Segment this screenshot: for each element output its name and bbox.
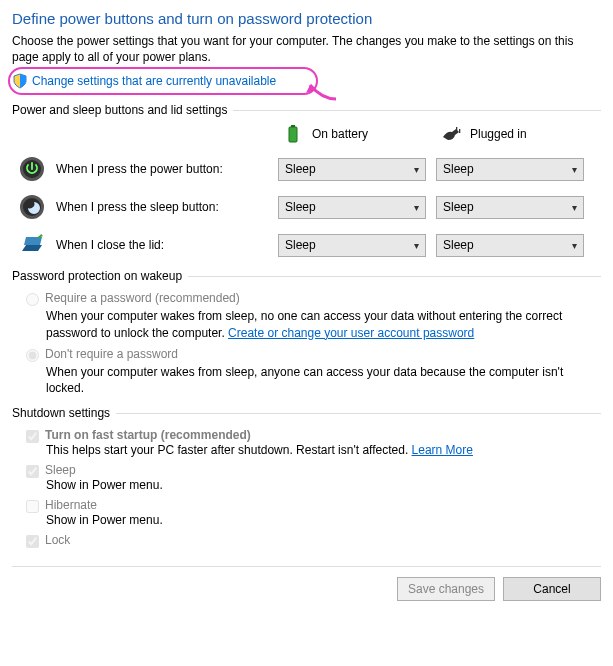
chevron-down-icon: ▾ [414, 202, 419, 213]
plug-icon [440, 123, 462, 145]
check-lock-label: Lock [45, 533, 70, 547]
cancel-button[interactable]: Cancel [503, 577, 601, 601]
power-plugged-dropdown[interactable]: Sleep▾ [436, 158, 584, 181]
fast-startup-desc: This helps start your PC faster after sh… [46, 443, 601, 457]
chevron-down-icon: ▾ [572, 164, 577, 175]
battery-icon [282, 123, 304, 145]
radio-no-password-input [26, 349, 39, 362]
chevron-down-icon: ▾ [572, 240, 577, 251]
page-title: Define power buttons and turn on passwor… [12, 10, 601, 27]
section-password-label: Password protection on wakeup [12, 269, 182, 283]
radio-require-password-input [26, 293, 39, 306]
sleep-plugged-dropdown[interactable]: Sleep▾ [436, 196, 584, 219]
annotation-arrow-icon [298, 75, 338, 105]
check-hibernate-input [26, 500, 39, 513]
row-lid: When I close the lid: Sleep▾ Sleep▾ [12, 231, 601, 259]
check-lock: Lock [26, 533, 601, 548]
no-password-desc: When your computer wakes from sleep, any… [46, 364, 601, 396]
svg-rect-2 [456, 127, 457, 131]
lid-battery-dropdown[interactable]: Sleep▾ [278, 234, 426, 257]
sleep-desc: Show in Power menu. [46, 478, 601, 492]
check-sleep-label: Sleep [45, 463, 76, 477]
check-sleep: Sleep [26, 463, 601, 478]
lid-plugged-dropdown[interactable]: Sleep▾ [436, 234, 584, 257]
sleep-battery-dropdown[interactable]: Sleep▾ [278, 196, 426, 219]
check-hibernate: Hibernate [26, 498, 601, 513]
row-power-button: When I press the power button: Sleep▾ Sl… [12, 155, 601, 183]
radio-no-password: Don't require a password [26, 347, 601, 362]
change-settings-link[interactable]: Change settings that are currently unava… [32, 74, 276, 88]
radio-require-password-label: Require a password (recommended) [45, 291, 240, 305]
section-power-sleep-label: Power and sleep buttons and lid settings [12, 103, 227, 117]
hibernate-desc: Show in Power menu. [46, 513, 601, 527]
section-power-sleep: Power and sleep buttons and lid settings [12, 103, 601, 117]
section-password: Password protection on wakeup [12, 269, 601, 283]
chevron-down-icon: ▾ [414, 240, 419, 251]
check-hibernate-label: Hibernate [45, 498, 97, 512]
check-fast-startup: Turn on fast startup (recommended) [26, 428, 601, 443]
require-password-desc: When your computer wakes from sleep, no … [46, 308, 601, 340]
check-fast-startup-input [26, 430, 39, 443]
svg-rect-0 [289, 127, 297, 142]
col-battery: On battery [282, 123, 440, 145]
row-sleep-label: When I press the sleep button: [56, 200, 278, 214]
radio-require-password: Require a password (recommended) [26, 291, 601, 306]
radio-no-password-label: Don't require a password [45, 347, 178, 361]
save-button: Save changes [397, 577, 495, 601]
svg-rect-3 [459, 129, 460, 133]
chevron-down-icon: ▾ [414, 164, 419, 175]
check-sleep-input [26, 465, 39, 478]
section-shutdown: Shutdown settings [12, 406, 601, 420]
lid-icon [18, 231, 46, 259]
check-lock-input [26, 535, 39, 548]
footer: Save changes Cancel [12, 566, 601, 601]
learn-more-link[interactable]: Learn More [412, 443, 473, 457]
create-change-password-link[interactable]: Create or change your user account passw… [228, 326, 474, 340]
power-battery-dropdown[interactable]: Sleep▾ [278, 158, 426, 181]
change-settings-row: Change settings that are currently unava… [12, 73, 601, 89]
row-lid-label: When I close the lid: [56, 238, 278, 252]
svg-rect-1 [291, 125, 295, 127]
sleep-button-icon [18, 193, 46, 221]
row-power-label: When I press the power button: [56, 162, 278, 176]
power-button-icon [18, 155, 46, 183]
check-fast-startup-label: Turn on fast startup (recommended) [45, 428, 251, 442]
shield-icon [12, 73, 28, 89]
page-subtitle: Choose the power settings that you want … [12, 33, 601, 65]
chevron-down-icon: ▾ [572, 202, 577, 213]
col-plugged: Plugged in [440, 123, 598, 145]
row-sleep-button: When I press the sleep button: Sleep▾ Sl… [12, 193, 601, 221]
column-headers: On battery Plugged in [12, 123, 601, 145]
section-shutdown-label: Shutdown settings [12, 406, 110, 420]
